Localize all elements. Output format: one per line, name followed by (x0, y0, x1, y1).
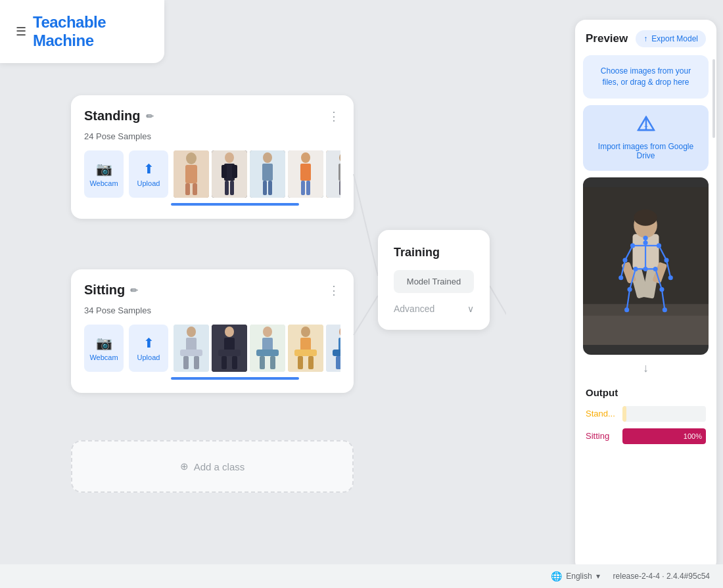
svg-rect-51 (232, 356, 237, 369)
image-strip-standing (174, 150, 340, 198)
svg-point-41 (187, 327, 196, 337)
add-class-label: ⊕ Add a class (180, 461, 245, 472)
svg-rect-42 (186, 338, 197, 351)
image-thumb (326, 325, 340, 372)
svg-rect-19 (268, 181, 272, 195)
svg-rect-6 (185, 183, 190, 195)
class-header-sitting: Sitting ✏ ⋮ (84, 283, 340, 298)
image-thumb (288, 325, 323, 372)
svg-point-47 (225, 327, 234, 337)
webcam-button-standing[interactable]: 📷 Webcam (84, 150, 124, 198)
preview-title: Preview (586, 32, 628, 45)
svg-rect-23 (301, 181, 305, 195)
svg-point-114 (622, 258, 627, 262)
export-model-button[interactable]: ↑ Export Model (636, 30, 706, 47)
google-drive-icon: + (594, 116, 698, 138)
export-icon: ↑ (643, 34, 647, 43)
svg-point-117 (668, 275, 673, 280)
panel-header: Preview ↑ Export Model (575, 20, 716, 55)
svg-point-4 (186, 152, 197, 164)
class-header-standing: Standing ✏ ⋮ (84, 108, 340, 124)
image-thumb (250, 325, 285, 372)
image-thumb (212, 325, 247, 372)
gdrive-area[interactable]: + Import images from Google Drive (583, 105, 709, 171)
edit-icon-standing[interactable]: ✏ (146, 111, 154, 122)
svg-point-59 (301, 327, 310, 337)
app-header: ☰ Teachable Machine (0, 0, 164, 63)
svg-point-111 (630, 243, 635, 248)
svg-rect-68 (336, 356, 340, 369)
svg-rect-66 (338, 338, 340, 351)
down-arrow: ↓ (575, 355, 716, 382)
svg-rect-24 (306, 181, 310, 195)
advanced-row[interactable]: Advanced ∨ (394, 304, 474, 314)
training-card: Training Model Trained Advanced ∨ (378, 230, 490, 330)
webcam-icon: 📷 (96, 161, 112, 177)
svg-rect-60 (300, 338, 311, 351)
webcam-icon-sitting: 📷 (96, 335, 112, 351)
svg-rect-50 (222, 356, 227, 369)
output-label-standing: Stand... (586, 409, 617, 418)
upload-icon-sitting: ⬆ (143, 335, 154, 351)
svg-rect-28 (339, 181, 340, 195)
more-options-standing[interactable]: ⋮ (328, 109, 340, 124)
svg-point-16 (263, 152, 272, 163)
svg-rect-49 (218, 350, 241, 356)
upload-icon: ⬆ (143, 161, 154, 177)
samples-row-standing: 📷 Webcam ⬆ Upload (84, 150, 340, 198)
image-thumb (212, 150, 247, 198)
svg-point-123 (663, 307, 667, 312)
class-card-sitting: Sitting ✏ ⋮ 34 Pose Samples 📷 Webcam ⬆ U… (71, 269, 354, 393)
output-row-standing: Stand... (586, 406, 706, 422)
svg-rect-18 (263, 181, 267, 195)
image-thumb (288, 150, 323, 198)
output-bar-fill-standing (622, 406, 626, 422)
image-strip-sitting (174, 325, 340, 372)
language-label: English (566, 572, 592, 581)
chevron-down-icon-footer: ▾ (596, 572, 600, 581)
svg-rect-89 (583, 315, 709, 344)
svg-point-119 (653, 266, 658, 271)
upload-button-sitting[interactable]: ⬆ Upload (129, 325, 168, 372)
footer-language[interactable]: 🌐 English ▾ (551, 571, 599, 581)
output-bar-fill-sitting: 100% (622, 428, 706, 444)
svg-rect-22 (300, 164, 311, 181)
add-class-card[interactable]: ⊕ Add a class (71, 440, 354, 493)
svg-point-115 (618, 275, 623, 280)
svg-rect-56 (260, 356, 265, 369)
edit-icon-sitting[interactable]: ✏ (130, 285, 138, 296)
advanced-label: Advanced (394, 304, 434, 314)
svg-rect-45 (194, 356, 199, 369)
pose-svg (583, 177, 709, 355)
sample-count-standing: 24 Pose Samples (84, 131, 340, 141)
app-title: Teachable Machine (33, 13, 149, 50)
menu-icon[interactable]: ☰ (16, 24, 26, 39)
webcam-button-sitting[interactable]: 📷 Webcam (84, 325, 124, 372)
output-bar-track-standing (622, 406, 706, 422)
svg-rect-62 (298, 356, 303, 369)
svg-point-118 (633, 266, 638, 271)
upload-area[interactable]: Choose images from your files, or drag &… (583, 55, 709, 99)
svg-point-53 (263, 327, 272, 337)
upload-button-standing[interactable]: ⬆ Upload (129, 150, 168, 198)
sample-count-sitting: 34 Pose Samples (84, 305, 340, 315)
svg-point-121 (624, 307, 629, 312)
training-title: Training (394, 246, 474, 260)
svg-point-122 (659, 287, 664, 292)
svg-line-2 (490, 286, 506, 328)
panel-scrollbar[interactable] (712, 59, 715, 138)
image-thumb (174, 150, 209, 198)
footer: 🌐 English ▾ release-2-4-4 · 2.4.4#95c54 (0, 564, 723, 588)
svg-point-120 (628, 287, 632, 292)
more-options-sitting[interactable]: ⋮ (328, 283, 340, 298)
svg-point-9 (225, 152, 234, 163)
scroll-indicator-sitting (171, 377, 299, 380)
class-card-standing: Standing ✏ ⋮ 24 Pose Samples 📷 Webcam ⬆ … (71, 95, 354, 219)
globe-icon: 🌐 (551, 571, 562, 581)
image-thumb (326, 150, 340, 198)
output-section: Output Stand... Sitting 100% (575, 382, 716, 456)
model-trained-button[interactable]: Model Trained (394, 270, 474, 293)
svg-rect-55 (256, 350, 279, 356)
svg-line-0 (354, 174, 378, 276)
svg-point-21 (301, 152, 310, 163)
